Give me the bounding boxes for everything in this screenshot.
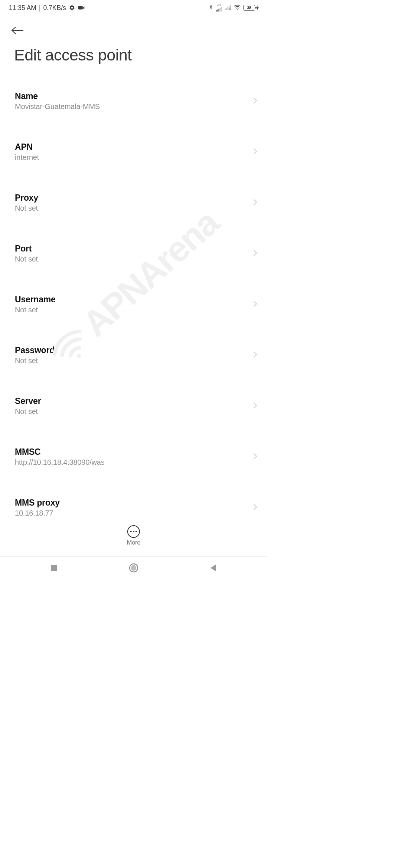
row-label: Name xyxy=(15,91,249,101)
row-value: Not set xyxy=(15,356,249,365)
setting-row-password[interactable]: PasswordNot set xyxy=(0,338,267,372)
svg-rect-6 xyxy=(221,7,222,11)
svg-rect-2 xyxy=(216,10,217,11)
row-texts: NameMovistar-Guatemala-MMS xyxy=(15,91,249,111)
chevron-right-icon xyxy=(253,300,258,308)
row-label: APN xyxy=(15,142,249,152)
chevron-right-icon xyxy=(253,503,258,511)
svg-point-12 xyxy=(237,9,238,9)
setting-row-proxy[interactable]: ProxyNot set xyxy=(0,185,267,220)
svg-rect-5 xyxy=(220,8,221,11)
row-label: MMS proxy xyxy=(15,498,249,508)
triangle-left-icon xyxy=(209,564,217,572)
status-right: 4G xyxy=(208,4,259,12)
row-value: Not set xyxy=(15,204,249,213)
battery-percent: 38 xyxy=(244,5,255,10)
setting-row-port[interactable]: PortNot set xyxy=(0,236,267,271)
charging-icon xyxy=(256,5,259,11)
row-value: Not set xyxy=(15,306,249,314)
chevron xyxy=(253,351,258,359)
row-value: 10.16.18.77 xyxy=(15,509,249,517)
chevron xyxy=(253,148,258,156)
chevron-right-icon xyxy=(253,453,258,460)
page-title: Edit access point xyxy=(14,46,258,64)
row-label: Proxy xyxy=(15,193,249,203)
row-label: Server xyxy=(15,396,249,406)
square-icon xyxy=(50,564,58,572)
row-texts: MMS proxy10.16.18.77 xyxy=(15,498,249,517)
status-time: 11:35 AM xyxy=(9,4,36,12)
chevron-right-icon xyxy=(253,249,258,257)
chevron xyxy=(253,300,258,309)
chevron-right-icon xyxy=(253,148,258,155)
svg-rect-8 xyxy=(226,7,227,9)
svg-rect-9 xyxy=(227,7,228,10)
setting-row-username[interactable]: UsernameNot set xyxy=(0,287,267,322)
row-label: Port xyxy=(15,244,249,254)
signal1-label: 4G xyxy=(217,4,221,7)
battery-indicator: 38 xyxy=(243,5,259,11)
more-label: More xyxy=(127,539,140,546)
row-value: internet xyxy=(15,153,249,162)
chevron xyxy=(253,249,258,258)
setting-row-apn[interactable]: APNinternet xyxy=(0,134,267,169)
row-label: MMSC xyxy=(15,447,249,457)
svg-rect-7 xyxy=(225,8,226,10)
navigation-bar xyxy=(0,556,267,579)
ellipsis-icon xyxy=(127,525,140,538)
chevron-right-icon xyxy=(253,351,258,358)
row-texts: UsernameNot set xyxy=(15,295,249,314)
chevron xyxy=(253,402,258,410)
svg-rect-3 xyxy=(217,10,218,11)
chevron-right-icon xyxy=(253,97,258,104)
row-value: Not set xyxy=(15,407,249,416)
header: Edit access point xyxy=(0,16,267,64)
row-label: Username xyxy=(15,295,249,305)
back-button[interactable] xyxy=(11,23,26,38)
svg-rect-14 xyxy=(51,565,57,571)
svg-rect-1 xyxy=(78,6,83,10)
camera-icon xyxy=(78,5,85,10)
row-texts: PortNot set xyxy=(15,244,249,263)
nav-recent-button[interactable] xyxy=(42,561,67,575)
signal2-icon xyxy=(225,4,231,12)
settings-list: NameMovistar-Guatemala-MMSAPNinternetPro… xyxy=(0,83,267,525)
row-texts: ServerNot set xyxy=(15,396,249,416)
chevron xyxy=(253,503,258,512)
row-value: Not set xyxy=(15,255,249,263)
signal1-icon xyxy=(216,7,222,11)
status-data-rate: 0.7KB/s xyxy=(43,4,66,12)
row-texts: PasswordNot set xyxy=(15,345,249,365)
circle-icon xyxy=(129,563,138,573)
gear-icon xyxy=(69,5,75,11)
row-texts: ProxyNot set xyxy=(15,193,249,213)
row-value: Movistar-Guatemala-MMS xyxy=(15,102,249,111)
signal1-container: 4G xyxy=(216,4,222,11)
row-texts: MMSChttp://10.16.18.4:38090/was xyxy=(15,447,249,467)
status-separator: | xyxy=(39,4,41,12)
svg-rect-4 xyxy=(218,9,219,11)
nav-back-button[interactable] xyxy=(200,561,226,575)
arrow-left-icon xyxy=(11,26,24,35)
setting-row-mmsproxy[interactable]: MMS proxy10.16.18.77 xyxy=(0,490,267,525)
row-texts: APNinternet xyxy=(15,142,249,162)
chevron xyxy=(253,97,258,105)
chevron xyxy=(253,198,258,207)
nav-home-button[interactable] xyxy=(120,560,147,576)
wifi-status-icon xyxy=(234,4,241,12)
bluetooth-icon xyxy=(208,4,213,12)
chevron xyxy=(253,453,258,461)
more-button[interactable]: More xyxy=(127,525,140,546)
row-value: http://10.16.18.4:38090/was xyxy=(15,458,249,467)
setting-row-name[interactable]: NameMovistar-Guatemala-MMS xyxy=(0,83,267,118)
setting-row-mmsc[interactable]: MMSChttp://10.16.18.4:38090/was xyxy=(0,439,267,474)
status-left: 11:35 AM | 0.7KB/s xyxy=(9,4,85,12)
row-label: Password xyxy=(15,345,249,355)
status-bar: 11:35 AM | 0.7KB/s 4G xyxy=(0,0,267,16)
chevron-right-icon xyxy=(253,198,258,206)
svg-point-16 xyxy=(131,565,136,571)
setting-row-server[interactable]: ServerNot set xyxy=(0,388,267,423)
chevron-right-icon xyxy=(253,402,258,409)
